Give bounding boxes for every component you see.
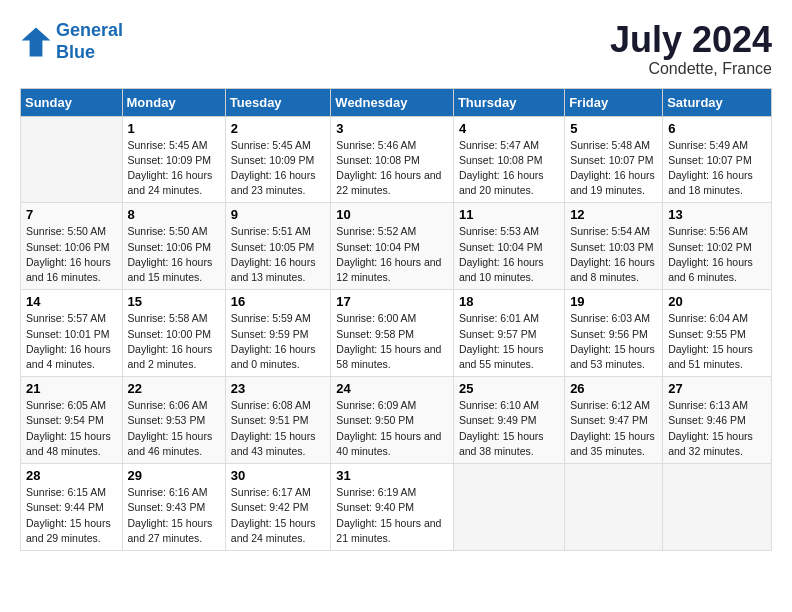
date-number: 20 <box>668 294 766 309</box>
cell-info: Sunrise: 6:09 AM Sunset: 9:50 PM Dayligh… <box>336 398 448 459</box>
date-number: 16 <box>231 294 326 309</box>
calendar-cell: 5Sunrise: 5:48 AM Sunset: 10:07 PM Dayli… <box>565 116 663 203</box>
date-number: 2 <box>231 121 326 136</box>
cell-info: Sunrise: 6:08 AM Sunset: 9:51 PM Dayligh… <box>231 398 326 459</box>
date-number: 25 <box>459 381 559 396</box>
week-row-3: 14Sunrise: 5:57 AM Sunset: 10:01 PM Dayl… <box>21 290 772 377</box>
cell-info: Sunrise: 5:45 AM Sunset: 10:09 PM Daylig… <box>231 138 326 199</box>
calendar-cell: 20Sunrise: 6:04 AM Sunset: 9:55 PM Dayli… <box>663 290 772 377</box>
page-header: General Blue July 2024 Condette, France <box>20 20 772 78</box>
week-row-5: 28Sunrise: 6:15 AM Sunset: 9:44 PM Dayli… <box>21 464 772 551</box>
date-number: 31 <box>336 468 448 483</box>
date-number: 29 <box>128 468 220 483</box>
date-number: 9 <box>231 207 326 222</box>
calendar-cell <box>21 116 123 203</box>
calendar-cell: 12Sunrise: 5:54 AM Sunset: 10:03 PM Dayl… <box>565 203 663 290</box>
date-number: 19 <box>570 294 657 309</box>
calendar-cell: 18Sunrise: 6:01 AM Sunset: 9:57 PM Dayli… <box>453 290 564 377</box>
cell-info: Sunrise: 5:48 AM Sunset: 10:07 PM Daylig… <box>570 138 657 199</box>
date-number: 5 <box>570 121 657 136</box>
date-number: 13 <box>668 207 766 222</box>
cell-info: Sunrise: 6:12 AM Sunset: 9:47 PM Dayligh… <box>570 398 657 459</box>
cell-info: Sunrise: 5:51 AM Sunset: 10:05 PM Daylig… <box>231 224 326 285</box>
calendar-cell: 11Sunrise: 5:53 AM Sunset: 10:04 PM Dayl… <box>453 203 564 290</box>
cell-info: Sunrise: 6:13 AM Sunset: 9:46 PM Dayligh… <box>668 398 766 459</box>
calendar-cell: 7Sunrise: 5:50 AM Sunset: 10:06 PM Dayli… <box>21 203 123 290</box>
calendar-cell: 16Sunrise: 5:59 AM Sunset: 9:59 PM Dayli… <box>225 290 331 377</box>
date-number: 4 <box>459 121 559 136</box>
date-number: 6 <box>668 121 766 136</box>
calendar-table: SundayMondayTuesdayWednesdayThursdayFrid… <box>20 88 772 551</box>
calendar-cell: 23Sunrise: 6:08 AM Sunset: 9:51 PM Dayli… <box>225 377 331 464</box>
calendar-cell: 25Sunrise: 6:10 AM Sunset: 9:49 PM Dayli… <box>453 377 564 464</box>
cell-info: Sunrise: 5:56 AM Sunset: 10:02 PM Daylig… <box>668 224 766 285</box>
cell-info: Sunrise: 6:16 AM Sunset: 9:43 PM Dayligh… <box>128 485 220 546</box>
calendar-cell: 14Sunrise: 5:57 AM Sunset: 10:01 PM Dayl… <box>21 290 123 377</box>
day-header-saturday: Saturday <box>663 88 772 116</box>
date-number: 24 <box>336 381 448 396</box>
logo-text: General Blue <box>56 20 123 63</box>
calendar-cell: 19Sunrise: 6:03 AM Sunset: 9:56 PM Dayli… <box>565 290 663 377</box>
date-number: 1 <box>128 121 220 136</box>
calendar-cell: 10Sunrise: 5:52 AM Sunset: 10:04 PM Dayl… <box>331 203 454 290</box>
calendar-cell: 24Sunrise: 6:09 AM Sunset: 9:50 PM Dayli… <box>331 377 454 464</box>
calendar-cell: 17Sunrise: 6:00 AM Sunset: 9:58 PM Dayli… <box>331 290 454 377</box>
day-header-tuesday: Tuesday <box>225 88 331 116</box>
title-block: July 2024 Condette, France <box>610 20 772 78</box>
date-number: 15 <box>128 294 220 309</box>
cell-info: Sunrise: 5:50 AM Sunset: 10:06 PM Daylig… <box>26 224 117 285</box>
cell-info: Sunrise: 5:47 AM Sunset: 10:08 PM Daylig… <box>459 138 559 199</box>
cell-info: Sunrise: 6:00 AM Sunset: 9:58 PM Dayligh… <box>336 311 448 372</box>
week-row-4: 21Sunrise: 6:05 AM Sunset: 9:54 PM Dayli… <box>21 377 772 464</box>
date-number: 27 <box>668 381 766 396</box>
day-header-wednesday: Wednesday <box>331 88 454 116</box>
date-number: 3 <box>336 121 448 136</box>
day-header-thursday: Thursday <box>453 88 564 116</box>
calendar-cell: 13Sunrise: 5:56 AM Sunset: 10:02 PM Dayl… <box>663 203 772 290</box>
calendar-cell: 1Sunrise: 5:45 AM Sunset: 10:09 PM Dayli… <box>122 116 225 203</box>
cell-info: Sunrise: 5:45 AM Sunset: 10:09 PM Daylig… <box>128 138 220 199</box>
calendar-cell: 2Sunrise: 5:45 AM Sunset: 10:09 PM Dayli… <box>225 116 331 203</box>
calendar-cell: 8Sunrise: 5:50 AM Sunset: 10:06 PM Dayli… <box>122 203 225 290</box>
cell-info: Sunrise: 6:04 AM Sunset: 9:55 PM Dayligh… <box>668 311 766 372</box>
cell-info: Sunrise: 5:52 AM Sunset: 10:04 PM Daylig… <box>336 224 448 285</box>
calendar-cell: 15Sunrise: 5:58 AM Sunset: 10:00 PM Dayl… <box>122 290 225 377</box>
date-number: 14 <box>26 294 117 309</box>
week-row-2: 7Sunrise: 5:50 AM Sunset: 10:06 PM Dayli… <box>21 203 772 290</box>
calendar-cell <box>663 464 772 551</box>
date-number: 12 <box>570 207 657 222</box>
calendar-cell: 6Sunrise: 5:49 AM Sunset: 10:07 PM Dayli… <box>663 116 772 203</box>
cell-info: Sunrise: 5:49 AM Sunset: 10:07 PM Daylig… <box>668 138 766 199</box>
calendar-cell: 22Sunrise: 6:06 AM Sunset: 9:53 PM Dayli… <box>122 377 225 464</box>
date-number: 30 <box>231 468 326 483</box>
calendar-cell: 29Sunrise: 6:16 AM Sunset: 9:43 PM Dayli… <box>122 464 225 551</box>
cell-info: Sunrise: 6:15 AM Sunset: 9:44 PM Dayligh… <box>26 485 117 546</box>
day-header-monday: Monday <box>122 88 225 116</box>
day-header-sunday: Sunday <box>21 88 123 116</box>
calendar-cell <box>565 464 663 551</box>
subtitle: Condette, France <box>610 60 772 78</box>
date-number: 22 <box>128 381 220 396</box>
cell-info: Sunrise: 6:17 AM Sunset: 9:42 PM Dayligh… <box>231 485 326 546</box>
cell-info: Sunrise: 5:50 AM Sunset: 10:06 PM Daylig… <box>128 224 220 285</box>
calendar-cell <box>453 464 564 551</box>
main-title: July 2024 <box>610 20 772 60</box>
week-row-1: 1Sunrise: 5:45 AM Sunset: 10:09 PM Dayli… <box>21 116 772 203</box>
date-number: 23 <box>231 381 326 396</box>
logo: General Blue <box>20 20 123 63</box>
date-number: 18 <box>459 294 559 309</box>
cell-info: Sunrise: 6:03 AM Sunset: 9:56 PM Dayligh… <box>570 311 657 372</box>
svg-marker-0 <box>22 27 51 56</box>
date-number: 10 <box>336 207 448 222</box>
cell-info: Sunrise: 5:46 AM Sunset: 10:08 PM Daylig… <box>336 138 448 199</box>
date-number: 7 <box>26 207 117 222</box>
date-number: 21 <box>26 381 117 396</box>
logo-icon <box>20 26 52 58</box>
cell-info: Sunrise: 5:58 AM Sunset: 10:00 PM Daylig… <box>128 311 220 372</box>
date-number: 28 <box>26 468 117 483</box>
calendar-cell: 26Sunrise: 6:12 AM Sunset: 9:47 PM Dayli… <box>565 377 663 464</box>
cell-info: Sunrise: 6:10 AM Sunset: 9:49 PM Dayligh… <box>459 398 559 459</box>
day-header-friday: Friday <box>565 88 663 116</box>
date-number: 26 <box>570 381 657 396</box>
calendar-cell: 9Sunrise: 5:51 AM Sunset: 10:05 PM Dayli… <box>225 203 331 290</box>
